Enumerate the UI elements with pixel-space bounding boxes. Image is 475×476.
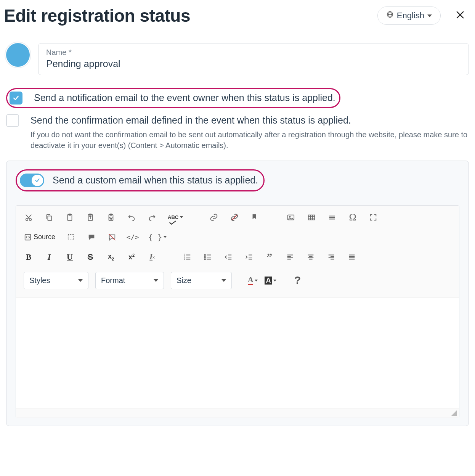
highlight-notify-owner: Send a notification email to the event o…: [6, 88, 340, 108]
send-confirmation-label: Send the confirmation email defined in t…: [30, 114, 469, 127]
dialog-header: Edit registration status English: [0, 0, 475, 33]
styles-dropdown[interactable]: Styles: [24, 272, 88, 289]
name-field[interactable]: Name * Pending approval: [38, 43, 469, 75]
rich-text-editor: ABC Ω Source: [16, 205, 459, 418]
image-icon[interactable]: [286, 212, 296, 222]
help-icon[interactable]: ?: [292, 275, 302, 285]
link-icon[interactable]: [209, 212, 219, 222]
comment-icon[interactable]: [87, 232, 96, 242]
spellcheck-icon[interactable]: ABC: [168, 212, 183, 222]
notify-owner-label: Send a notification email to the event o…: [34, 92, 335, 105]
svg-point-12: [289, 216, 290, 217]
status-color-swatch[interactable]: [6, 43, 30, 67]
notify-owner-checkbox[interactable]: [10, 92, 22, 105]
language-label: English: [397, 11, 424, 21]
editor-content-area[interactable]: [16, 298, 459, 408]
svg-rect-4: [48, 216, 51, 220]
svg-rect-13: [308, 215, 315, 220]
select-all-icon[interactable]: [66, 232, 76, 242]
send-confirmation-checkbox[interactable]: [6, 114, 19, 127]
remove-format-button[interactable]: Ix: [147, 252, 157, 262]
send-confirmation-hint: If you do not want the confirmation emai…: [30, 129, 469, 151]
unordered-list-icon[interactable]: [203, 252, 213, 262]
page-title: Edit registration status: [4, 5, 377, 26]
source-button[interactable]: Source: [24, 232, 55, 242]
strike-button[interactable]: S: [85, 252, 95, 262]
blockquote-icon[interactable]: ”: [265, 252, 274, 262]
custom-email-toggle[interactable]: [20, 174, 44, 187]
svg-rect-15: [68, 234, 74, 240]
table-icon[interactable]: [307, 212, 316, 222]
editor-toolbar: ABC Ω Source: [16, 206, 459, 298]
source-label: Source: [34, 233, 55, 241]
special-char-icon[interactable]: Ω: [348, 212, 358, 222]
custom-email-label: Send a custom email when this status is …: [53, 175, 258, 186]
underline-button[interactable]: U: [65, 252, 75, 262]
cut-icon[interactable]: [24, 212, 34, 222]
resize-grip-icon[interactable]: [451, 410, 457, 416]
ordered-list-icon[interactable]: 123: [182, 252, 192, 262]
redo-icon[interactable]: [147, 212, 157, 222]
undo-icon[interactable]: [127, 212, 136, 222]
paste-icon[interactable]: [65, 212, 75, 222]
svg-text:3: 3: [184, 257, 185, 260]
subscript-button[interactable]: x2: [106, 252, 116, 262]
outdent-icon[interactable]: [223, 252, 233, 262]
code-icon[interactable]: </>: [128, 232, 138, 242]
text-color-button[interactable]: A: [248, 275, 258, 285]
chevron-down-icon: [427, 14, 432, 17]
indent-icon[interactable]: [244, 252, 254, 262]
anchor-icon[interactable]: [250, 212, 260, 222]
size-dropdown[interactable]: Size: [171, 272, 232, 289]
align-right-icon[interactable]: [326, 252, 336, 262]
name-value: Pending approval: [46, 58, 461, 69]
align-justify-icon[interactable]: [347, 252, 357, 262]
svg-point-3: [29, 219, 32, 221]
maximize-icon[interactable]: [368, 212, 378, 222]
toggle-knob: [32, 175, 43, 186]
globe-icon: [386, 11, 394, 21]
italic-button[interactable]: I: [44, 252, 54, 262]
comment-off-icon[interactable]: [107, 232, 117, 242]
close-button[interactable]: [451, 7, 469, 24]
format-dropdown[interactable]: Format: [95, 272, 164, 289]
placeholder-button[interactable]: { }: [148, 232, 167, 242]
language-selector[interactable]: English: [377, 6, 441, 25]
highlight-custom-email: Send a custom email when this status is …: [16, 169, 265, 191]
svg-point-2: [26, 219, 28, 221]
bg-color-button[interactable]: A: [265, 275, 276, 285]
align-center-icon[interactable]: [306, 252, 316, 262]
svg-point-20: [204, 256, 205, 257]
superscript-button[interactable]: x2: [127, 252, 136, 262]
editor-status-bar: [16, 408, 459, 418]
unlink-icon[interactable]: [229, 212, 239, 222]
align-left-icon[interactable]: [285, 252, 295, 262]
custom-email-panel: Send a custom email when this status is …: [6, 161, 469, 426]
copy-icon[interactable]: [44, 212, 54, 222]
paste-word-icon[interactable]: [106, 212, 116, 222]
svg-point-19: [204, 254, 205, 256]
horizontal-rule-icon[interactable]: [327, 212, 337, 222]
bold-button[interactable]: B: [24, 252, 34, 262]
name-label: Name *: [46, 48, 461, 57]
svg-point-21: [204, 259, 205, 260]
close-icon: [455, 10, 465, 22]
paste-text-icon[interactable]: [85, 212, 95, 222]
